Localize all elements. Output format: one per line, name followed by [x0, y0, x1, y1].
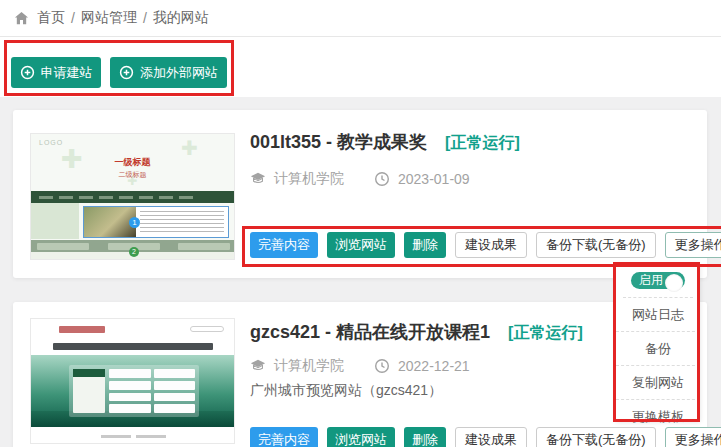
thumb-step-badge-2: 2 — [129, 247, 139, 257]
site-date: 2022-12-21 — [398, 358, 470, 374]
site-title[interactable]: gzcs421 - 精品在线开放课程1 — [250, 320, 490, 344]
more-actions-button[interactable]: 更多操作 — [665, 232, 721, 258]
site-thumbnail[interactable]: LOGO ✚ ✚ ✚ 一级标题 二级标题 1 2 — [30, 133, 235, 260]
plus-circle-icon — [119, 65, 134, 80]
delete-button[interactable]: 删除 — [404, 427, 446, 447]
thumb-panel — [69, 365, 199, 417]
site-meta: 计算机学院 2023-01-09 — [250, 170, 470, 188]
college-name: 计算机学院 — [274, 170, 344, 188]
more-actions-dropdown: 启用 网站日志 备份 复制网站 更换模板 — [616, 264, 700, 421]
menu-item-site-log[interactable]: 网站日志 — [616, 298, 700, 331]
apply-site-label: 申请建站 — [41, 64, 93, 82]
site-card-gzcs421: gzcs421 - 精品在线开放课程1 [正常运行] 计算机学院 2022-12… — [13, 302, 707, 447]
thumb-hero — [31, 355, 235, 427]
home-icon — [14, 11, 29, 26]
thumb-sidebar — [31, 203, 79, 239]
site-actions-row: 完善内容 浏览网站 删除 建设成果 备份下载(无备份) 更多操作 — [250, 232, 721, 258]
thumb-heading1: 一级标题 — [31, 156, 234, 169]
delete-button[interactable]: 删除 — [404, 232, 446, 258]
thumb-title-bar — [53, 343, 213, 350]
backup-download-button[interactable]: 备份下载(无备份) — [536, 232, 656, 258]
thumb-navbar — [31, 191, 235, 203]
achievements-button[interactable]: 建设成果 — [455, 427, 527, 447]
apply-site-button[interactable]: 申请建站 — [11, 57, 101, 88]
breadcrumb-home[interactable]: 首页 — [37, 9, 65, 27]
thumb-logo — [59, 326, 105, 333]
toggle-knob — [665, 274, 683, 292]
site-title[interactable]: 001lt355 - 教学成果奖 — [250, 130, 427, 154]
thumb-header — [31, 319, 235, 339]
clock-icon — [374, 358, 390, 374]
site-card-001lt355: LOGO ✚ ✚ ✚ 一级标题 二级标题 1 2 001lt355 - 教学成果… — [13, 110, 707, 278]
thumb-logo-text: LOGO — [39, 139, 63, 146]
thumb-content-box — [83, 206, 229, 238]
menu-item-backup[interactable]: 备份 — [616, 331, 700, 365]
thumb-search-bar — [190, 326, 224, 332]
breadcrumb-current: 我的网站 — [153, 9, 209, 27]
college-icon — [250, 171, 266, 187]
status-badge: [正常运行] — [508, 323, 583, 344]
site-date: 2023-01-09 — [398, 171, 470, 187]
thumb-step-badge-1: 1 — [129, 217, 140, 228]
thumb-button-grid — [109, 369, 195, 413]
college-icon — [250, 358, 266, 374]
menu-item-change-template[interactable]: 更换模板 — [616, 399, 700, 433]
site-thumbnail[interactable] — [30, 318, 235, 444]
improve-content-button[interactable]: 完善内容 — [250, 427, 318, 447]
thumb-footer — [31, 427, 235, 444]
site-meta: 计算机学院 2022-12-21 — [250, 357, 470, 375]
breadcrumb-separator: / — [71, 10, 75, 26]
breadcrumb-separator: / — [143, 10, 147, 26]
my-websites-page: 首页 / 网站管理 / 我的网站 申请建站 添加外部网站 LOGO ✚ ✚ ✚ … — [0, 0, 721, 447]
improve-content-button[interactable]: 完善内容 — [250, 232, 318, 258]
breadcrumb-site-management[interactable]: 网站管理 — [81, 9, 137, 27]
preview-site-note: 广州城市预览网站（gzcs421） — [250, 382, 442, 400]
clock-icon — [374, 171, 390, 187]
add-external-site-label: 添加外部网站 — [140, 64, 218, 82]
achievements-button[interactable]: 建设成果 — [455, 232, 527, 258]
breadcrumb: 首页 / 网站管理 / 我的网站 — [0, 0, 721, 37]
plus-circle-icon — [20, 65, 35, 80]
enable-toggle-label: 启用 — [639, 272, 663, 289]
enable-toggle[interactable]: 启用 — [631, 272, 685, 289]
browse-site-button[interactable]: 浏览网站 — [327, 427, 395, 447]
thumb-heading2: 二级标题 — [31, 170, 234, 180]
status-badge: [正常运行] — [445, 133, 520, 154]
add-external-site-button[interactable]: 添加外部网站 — [110, 57, 227, 88]
thumb-panel-sidebar — [73, 369, 105, 413]
menu-item-copy-site[interactable]: 复制网站 — [616, 365, 700, 399]
browse-site-button[interactable]: 浏览网站 — [327, 232, 395, 258]
top-action-bar: 申请建站 添加外部网站 — [0, 37, 721, 97]
college-name: 计算机学院 — [274, 357, 344, 375]
thumb-text-lines — [140, 211, 224, 233]
